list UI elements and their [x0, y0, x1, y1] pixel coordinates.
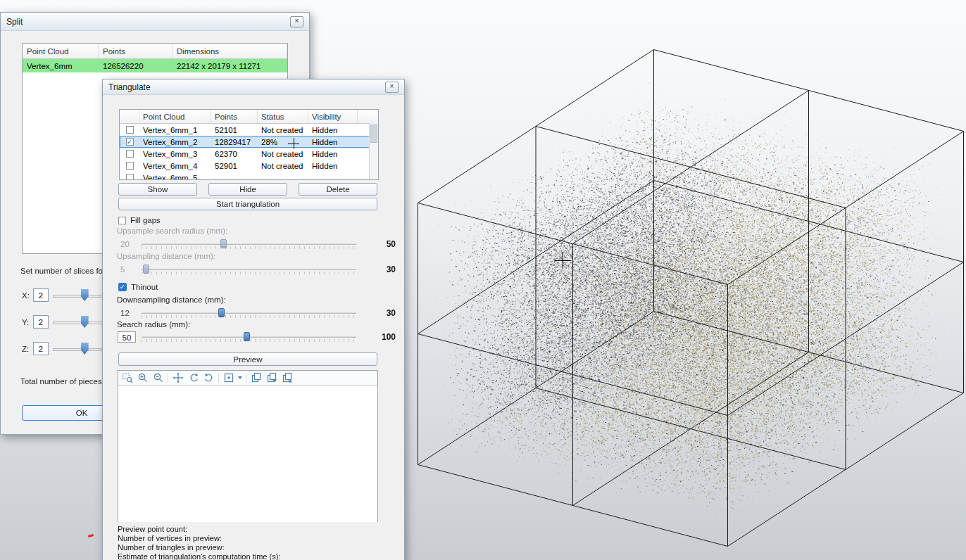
slider-track[interactable] — [142, 331, 356, 344]
toolbar-divider — [246, 374, 246, 383]
column-header-points[interactable]: Points — [211, 110, 258, 123]
export-view-icon[interactable] — [281, 372, 293, 384]
axis-z-input[interactable] — [33, 342, 49, 355]
table-row-selected[interactable]: ✓ Vertex_6mm_2 12829417 28% Hidden — [120, 136, 378, 148]
preview-stats: Preview point count: Number of vertices … — [118, 525, 280, 560]
cell-status: Not created — [258, 148, 308, 160]
slider-max-value: 100 — [382, 332, 396, 342]
thinout-checkbox[interactable]: ✓ — [118, 283, 127, 291]
slider-max-value: 30 — [387, 308, 396, 318]
column-header-checkbox — [120, 110, 139, 123]
cell-points: 12829417 — [211, 136, 258, 148]
cell-points: 126526220 — [99, 62, 172, 70]
zoom-in-icon[interactable] — [137, 372, 149, 384]
upsampling-distance-slider: 5 30 — [103, 264, 406, 276]
cell-status: Not created — [258, 124, 308, 136]
column-header-visibility[interactable]: Visibility — [308, 110, 358, 123]
slider-handle[interactable] — [81, 289, 89, 301]
triangulate-titlebar[interactable]: Triangulate × — [103, 79, 404, 95]
slider-line — [142, 312, 356, 314]
preview-button[interactable]: Preview — [118, 352, 377, 366]
axis-y-label: Y: — [22, 318, 29, 326]
slider-handle[interactable] — [81, 343, 89, 355]
row-checkbox-checked[interactable]: ✓ — [126, 138, 134, 146]
table-row[interactable]: Vertex_6mm_4 52901 Not created Hidden — [120, 160, 378, 172]
copy-view-arrow-icon[interactable] — [265, 372, 277, 384]
table-row[interactable]: Vertex_6mm 126526220 22142 x 20179 x 112… — [23, 59, 287, 72]
table-row-partial[interactable]: Vertex_6mm_5 — [120, 172, 378, 180]
triangulate-dialog-title: Triangulate — [108, 82, 151, 92]
delete-button[interactable]: Delete — [299, 183, 377, 196]
table-row[interactable]: Vertex_6mm_3 62370 Not created Hidden — [120, 148, 378, 160]
cell-visibility — [308, 172, 358, 180]
search-radius-input[interactable]: 50 — [118, 331, 136, 343]
slider-max-value: 50 — [387, 239, 396, 249]
downsampling-distance-label: Downsampling distance (mm): — [117, 295, 226, 304]
split-dialog-title: Split — [6, 17, 23, 27]
slices-label: Set number of slices for — [20, 267, 106, 275]
preview-area[interactable] — [118, 386, 377, 522]
cell-visibility: Hidden — [308, 160, 358, 172]
axis-x-input[interactable] — [33, 288, 49, 302]
slider-handle[interactable] — [244, 332, 250, 341]
scrollbar-thumb[interactable] — [370, 125, 377, 143]
fill-gaps-label: Fill gaps — [130, 216, 161, 224]
close-icon[interactable]: × — [385, 82, 399, 93]
column-header-points[interactable]: Points — [99, 44, 172, 58]
table-row[interactable]: Vertex_6mm_1 52101 Not created Hidden — [120, 124, 378, 136]
chevron-down-icon[interactable] — [238, 376, 242, 379]
hide-button[interactable]: Hide — [208, 183, 287, 196]
cell-points: 52901 — [211, 160, 258, 172]
axis-y-input[interactable] — [33, 315, 49, 329]
slider-handle[interactable] — [143, 265, 149, 274]
pan-icon[interactable] — [172, 372, 184, 384]
split-titlebar[interactable]: Split × — [1, 13, 309, 31]
row-checkbox[interactable] — [126, 174, 134, 180]
search-radius-label: Search radius (mm): — [117, 320, 190, 329]
slider-handle[interactable] — [218, 308, 225, 317]
cell-status: 28% — [258, 136, 308, 148]
column-header-status[interactable]: Status — [258, 110, 308, 123]
rotate-cw-icon[interactable] — [203, 372, 215, 384]
toolbar-divider — [218, 374, 219, 383]
slider-handle[interactable] — [81, 316, 89, 328]
zoom-window-icon[interactable] — [121, 372, 133, 384]
start-triangulation-button[interactable]: Start triangulation — [118, 198, 377, 210]
copy-view-icon[interactable] — [250, 372, 262, 384]
column-header-point-cloud[interactable]: Point Cloud — [23, 44, 99, 58]
slider-handle[interactable] — [220, 239, 227, 248]
close-icon[interactable]: × — [290, 16, 303, 27]
table-header-row: Point Cloud Points Dimensions — [23, 44, 287, 59]
show-button[interactable]: Show — [118, 183, 197, 196]
slider-track[interactable] — [142, 264, 356, 276]
fit-view-icon[interactable] — [222, 372, 234, 384]
cell-point-cloud: Vertex_6mm_5 — [139, 172, 211, 180]
application-window: Split × Point Cloud Points Dimensions Ve… — [0, 0, 966, 560]
row-checkbox[interactable] — [126, 126, 134, 134]
axis-z-label: Z: — [22, 345, 29, 353]
slider-track[interactable] — [142, 238, 356, 251]
row-checkbox[interactable] — [126, 162, 134, 170]
row-checkbox[interactable] — [126, 150, 134, 158]
cell-point-cloud: Vertex_6mm_2 — [139, 136, 211, 148]
toolbar-divider — [168, 374, 168, 383]
slider-ticks — [142, 315, 356, 318]
upsample-search-radius-slider: 20 50 — [103, 238, 406, 251]
total-pieces-label: Total number of pieces: — [20, 377, 104, 386]
cell-status: Not created — [258, 160, 308, 172]
stat-line: Preview point count: — [118, 525, 280, 534]
cell-points: 62370 — [211, 148, 258, 160]
cell-point-cloud: Vertex_6mm_1 — [139, 124, 211, 136]
cell-visibility: Hidden — [308, 124, 358, 136]
slider-track[interactable] — [142, 307, 356, 320]
cell-points — [211, 172, 258, 180]
rotate-ccw-icon[interactable] — [187, 372, 199, 384]
table-scrollbar[interactable] — [369, 123, 378, 179]
zoom-out-icon[interactable] — [152, 372, 164, 384]
fill-gaps-checkbox[interactable] — [118, 217, 126, 224]
column-header-point-cloud[interactable]: Point Cloud — [139, 110, 211, 123]
cell-point-cloud: Vertex_6mm_3 — [139, 148, 211, 160]
cell-point-cloud: Vertex_6mm — [23, 62, 99, 70]
column-header-dimensions[interactable]: Dimensions — [172, 44, 287, 58]
triangulate-point-cloud-table: Point Cloud Points Status Visibility Ver… — [119, 109, 379, 180]
